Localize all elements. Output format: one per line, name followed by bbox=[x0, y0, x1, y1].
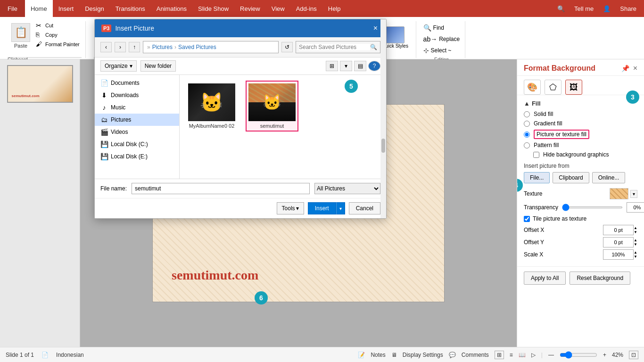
dialog-toolbar: Organize ▾ New folder ⊞ ▾ ▤ ? bbox=[95, 58, 386, 75]
dialog-action-row: Tools ▾ Insert ▾ Cancel bbox=[95, 198, 386, 218]
breadcrumb: » Pictures › Saved Pictures bbox=[143, 41, 279, 53]
tools-arrow: ▾ bbox=[296, 205, 299, 212]
search-input[interactable] bbox=[299, 44, 370, 50]
dialog-close-button[interactable]: × bbox=[372, 24, 380, 33]
dialog-content: 📄 Documents ⬇ Downloads ♪ Music 🗂 Pictur… bbox=[95, 75, 386, 179]
dialog-file-name-row: File name: All Pictures bbox=[95, 179, 386, 198]
local-e-icon: 💾 bbox=[100, 153, 108, 160]
tools-button[interactable]: Tools ▾ bbox=[277, 202, 304, 214]
file-item-0[interactable]: 🐱 MyAlbumName0 02 bbox=[185, 81, 238, 132]
breadcrumb-arrow: › bbox=[174, 44, 176, 50]
local-c-icon: 💾 bbox=[100, 140, 108, 148]
videos-icon: 🎬 bbox=[100, 128, 108, 136]
step-bubble-5: 5 bbox=[345, 80, 358, 93]
file-thumb-0: 🐱 bbox=[188, 83, 235, 121]
new-folder-button[interactable]: New folder bbox=[140, 60, 176, 72]
file-label-0: MyAlbumName0 02 bbox=[189, 123, 235, 129]
dialog-overlay: P3 Insert Picture × ‹ › ↑ » Pictures › S… bbox=[0, 0, 644, 362]
cancel-button[interactable]: Cancel bbox=[349, 202, 380, 214]
up-button[interactable]: ↑ bbox=[129, 42, 140, 52]
large-icons-view-button[interactable]: ⊞ bbox=[326, 61, 338, 71]
file-type-select[interactable]: All Pictures bbox=[314, 183, 380, 194]
music-icon: ♪ bbox=[100, 104, 108, 111]
documents-icon: 📄 bbox=[100, 79, 108, 87]
breadcrumb-saved-pictures[interactable]: Saved Pictures bbox=[178, 44, 216, 50]
search-icon: 🔍 bbox=[370, 44, 377, 50]
dialog-title-bar: P3 Insert Picture × bbox=[95, 19, 386, 37]
back-button[interactable]: ‹ bbox=[100, 42, 112, 52]
preview-pane-button[interactable]: ▤ bbox=[354, 61, 366, 71]
insert-picture-dialog: P3 Insert Picture × ‹ › ↑ » Pictures › S… bbox=[94, 19, 387, 219]
file-item-1[interactable]: 🐱 semutimut bbox=[246, 81, 298, 132]
file-area: 🐱 MyAlbumName0 02 🐱 bbox=[180, 75, 386, 179]
nav-local-c[interactable]: 💾 Local Disk (C:) bbox=[95, 138, 179, 150]
breadcrumb-pictures[interactable]: Pictures bbox=[152, 44, 173, 50]
file-name-input[interactable] bbox=[132, 183, 310, 194]
file-thumb-1: 🐱 bbox=[248, 83, 296, 121]
file-name-label: File name: bbox=[100, 185, 127, 192]
dialog-nav: ‹ › ↑ » Pictures › Saved Pictures ↺ 🔍 bbox=[95, 37, 386, 58]
nav-pictures[interactable]: 🗂 Pictures bbox=[95, 114, 179, 126]
insert-main-button[interactable]: Insert bbox=[308, 202, 336, 214]
file-label-1: semutimut bbox=[260, 123, 284, 129]
toolbar-right: ⊞ ▾ ▤ ? bbox=[326, 61, 380, 71]
insert-button-group: Insert ▾ bbox=[308, 202, 345, 214]
downloads-icon: ⬇ bbox=[100, 91, 108, 99]
dialog-title: P3 Insert Picture bbox=[101, 25, 154, 32]
organize-arrow: ▾ bbox=[130, 63, 132, 69]
nav-local-e[interactable]: 💾 Local Disk (E:) bbox=[95, 150, 179, 163]
help-button[interactable]: ? bbox=[368, 61, 380, 71]
insert-dropdown-button[interactable]: ▾ bbox=[336, 202, 345, 214]
nav-tree: 📄 Documents ⬇ Downloads ♪ Music 🗂 Pictur… bbox=[95, 75, 180, 179]
search-box: 🔍 bbox=[296, 41, 380, 53]
view-dropdown-button[interactable]: ▾ bbox=[340, 61, 352, 71]
pictures-icon: 🗂 bbox=[100, 116, 108, 123]
nav-music[interactable]: ♪ Music bbox=[95, 101, 179, 114]
nav-downloads[interactable]: ⬇ Downloads bbox=[95, 89, 179, 101]
refresh-button[interactable]: ↺ bbox=[281, 42, 293, 52]
toolbar-left: Organize ▾ New folder bbox=[100, 60, 176, 72]
dialog-ppt-icon: P3 bbox=[101, 25, 111, 32]
breadcrumb-separator: » bbox=[147, 44, 150, 50]
forward-button[interactable]: › bbox=[115, 42, 126, 52]
nav-documents[interactable]: 📄 Documents bbox=[95, 77, 179, 89]
organize-button[interactable]: Organize ▾ bbox=[100, 60, 137, 72]
nav-videos[interactable]: 🎬 Videos bbox=[95, 126, 179, 138]
